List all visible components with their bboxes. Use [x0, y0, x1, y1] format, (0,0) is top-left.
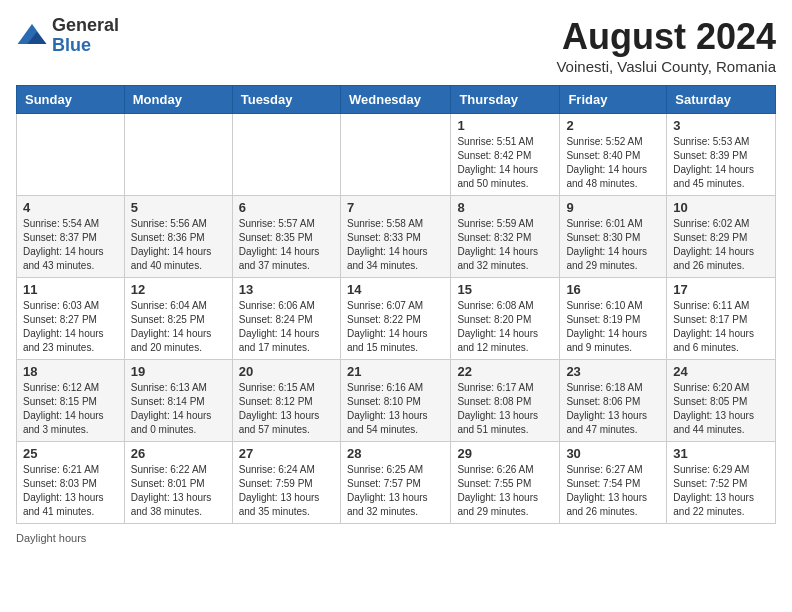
table-row: 8Sunrise: 5:59 AM Sunset: 8:32 PM Daylig…: [451, 196, 560, 278]
table-row: 28Sunrise: 6:25 AM Sunset: 7:57 PM Dayli…: [340, 442, 450, 524]
calendar-table: Sunday Monday Tuesday Wednesday Thursday…: [16, 85, 776, 524]
table-row: 24Sunrise: 6:20 AM Sunset: 8:05 PM Dayli…: [667, 360, 776, 442]
title-section: August 2024 Voinesti, Vaslui County, Rom…: [556, 16, 776, 75]
col-saturday: Saturday: [667, 86, 776, 114]
logo: General Blue: [16, 16, 119, 56]
table-row: 12Sunrise: 6:04 AM Sunset: 8:25 PM Dayli…: [124, 278, 232, 360]
day-info: Sunrise: 6:11 AM Sunset: 8:17 PM Dayligh…: [673, 299, 769, 355]
table-row: [232, 114, 340, 196]
table-row: [340, 114, 450, 196]
day-info: Sunrise: 5:58 AM Sunset: 8:33 PM Dayligh…: [347, 217, 444, 273]
day-number: 10: [673, 200, 769, 215]
day-info: Sunrise: 6:15 AM Sunset: 8:12 PM Dayligh…: [239, 381, 334, 437]
table-row: [124, 114, 232, 196]
day-number: 8: [457, 200, 553, 215]
footer-note: Daylight hours: [16, 532, 776, 544]
daylight-label: Daylight hours: [16, 532, 86, 544]
day-number: 22: [457, 364, 553, 379]
table-row: 23Sunrise: 6:18 AM Sunset: 8:06 PM Dayli…: [560, 360, 667, 442]
day-number: 5: [131, 200, 226, 215]
table-row: 21Sunrise: 6:16 AM Sunset: 8:10 PM Dayli…: [340, 360, 450, 442]
day-number: 1: [457, 118, 553, 133]
table-row: [17, 114, 125, 196]
day-info: Sunrise: 6:01 AM Sunset: 8:30 PM Dayligh…: [566, 217, 660, 273]
day-number: 17: [673, 282, 769, 297]
day-info: Sunrise: 6:25 AM Sunset: 7:57 PM Dayligh…: [347, 463, 444, 519]
day-number: 27: [239, 446, 334, 461]
day-number: 2: [566, 118, 660, 133]
table-row: 15Sunrise: 6:08 AM Sunset: 8:20 PM Dayli…: [451, 278, 560, 360]
day-info: Sunrise: 5:54 AM Sunset: 8:37 PM Dayligh…: [23, 217, 118, 273]
table-row: 14Sunrise: 6:07 AM Sunset: 8:22 PM Dayli…: [340, 278, 450, 360]
calendar-body: 1Sunrise: 5:51 AM Sunset: 8:42 PM Daylig…: [17, 114, 776, 524]
day-info: Sunrise: 6:04 AM Sunset: 8:25 PM Dayligh…: [131, 299, 226, 355]
table-row: 25Sunrise: 6:21 AM Sunset: 8:03 PM Dayli…: [17, 442, 125, 524]
table-row: 31Sunrise: 6:29 AM Sunset: 7:52 PM Dayli…: [667, 442, 776, 524]
table-row: 4Sunrise: 5:54 AM Sunset: 8:37 PM Daylig…: [17, 196, 125, 278]
col-tuesday: Tuesday: [232, 86, 340, 114]
table-row: 18Sunrise: 6:12 AM Sunset: 8:15 PM Dayli…: [17, 360, 125, 442]
day-number: 16: [566, 282, 660, 297]
week-row-2: 4Sunrise: 5:54 AM Sunset: 8:37 PM Daylig…: [17, 196, 776, 278]
day-number: 15: [457, 282, 553, 297]
day-info: Sunrise: 6:24 AM Sunset: 7:59 PM Dayligh…: [239, 463, 334, 519]
logo-general: General: [52, 15, 119, 35]
table-row: 1Sunrise: 5:51 AM Sunset: 8:42 PM Daylig…: [451, 114, 560, 196]
day-number: 23: [566, 364, 660, 379]
day-number: 3: [673, 118, 769, 133]
day-info: Sunrise: 5:53 AM Sunset: 8:39 PM Dayligh…: [673, 135, 769, 191]
logo-text: General Blue: [52, 16, 119, 56]
day-info: Sunrise: 6:12 AM Sunset: 8:15 PM Dayligh…: [23, 381, 118, 437]
day-info: Sunrise: 5:51 AM Sunset: 8:42 PM Dayligh…: [457, 135, 553, 191]
week-row-4: 18Sunrise: 6:12 AM Sunset: 8:15 PM Dayli…: [17, 360, 776, 442]
day-info: Sunrise: 6:29 AM Sunset: 7:52 PM Dayligh…: [673, 463, 769, 519]
day-info: Sunrise: 6:21 AM Sunset: 8:03 PM Dayligh…: [23, 463, 118, 519]
day-info: Sunrise: 6:22 AM Sunset: 8:01 PM Dayligh…: [131, 463, 226, 519]
week-row-5: 25Sunrise: 6:21 AM Sunset: 8:03 PM Dayli…: [17, 442, 776, 524]
day-number: 6: [239, 200, 334, 215]
day-number: 18: [23, 364, 118, 379]
day-number: 30: [566, 446, 660, 461]
day-number: 28: [347, 446, 444, 461]
day-number: 31: [673, 446, 769, 461]
day-info: Sunrise: 6:13 AM Sunset: 8:14 PM Dayligh…: [131, 381, 226, 437]
col-thursday: Thursday: [451, 86, 560, 114]
day-info: Sunrise: 5:52 AM Sunset: 8:40 PM Dayligh…: [566, 135, 660, 191]
table-row: 9Sunrise: 6:01 AM Sunset: 8:30 PM Daylig…: [560, 196, 667, 278]
day-number: 24: [673, 364, 769, 379]
week-row-3: 11Sunrise: 6:03 AM Sunset: 8:27 PM Dayli…: [17, 278, 776, 360]
day-info: Sunrise: 5:56 AM Sunset: 8:36 PM Dayligh…: [131, 217, 226, 273]
day-info: Sunrise: 6:18 AM Sunset: 8:06 PM Dayligh…: [566, 381, 660, 437]
col-sunday: Sunday: [17, 86, 125, 114]
day-info: Sunrise: 6:26 AM Sunset: 7:55 PM Dayligh…: [457, 463, 553, 519]
day-number: 11: [23, 282, 118, 297]
table-row: 29Sunrise: 6:26 AM Sunset: 7:55 PM Dayli…: [451, 442, 560, 524]
table-row: 2Sunrise: 5:52 AM Sunset: 8:40 PM Daylig…: [560, 114, 667, 196]
day-info: Sunrise: 6:16 AM Sunset: 8:10 PM Dayligh…: [347, 381, 444, 437]
table-row: 20Sunrise: 6:15 AM Sunset: 8:12 PM Dayli…: [232, 360, 340, 442]
table-row: 19Sunrise: 6:13 AM Sunset: 8:14 PM Dayli…: [124, 360, 232, 442]
table-row: 5Sunrise: 5:56 AM Sunset: 8:36 PM Daylig…: [124, 196, 232, 278]
day-number: 21: [347, 364, 444, 379]
table-row: 27Sunrise: 6:24 AM Sunset: 7:59 PM Dayli…: [232, 442, 340, 524]
day-number: 9: [566, 200, 660, 215]
day-number: 14: [347, 282, 444, 297]
logo-icon: [16, 20, 48, 52]
table-row: 13Sunrise: 6:06 AM Sunset: 8:24 PM Dayli…: [232, 278, 340, 360]
col-friday: Friday: [560, 86, 667, 114]
day-info: Sunrise: 6:03 AM Sunset: 8:27 PM Dayligh…: [23, 299, 118, 355]
table-row: 16Sunrise: 6:10 AM Sunset: 8:19 PM Dayli…: [560, 278, 667, 360]
calendar-header: Sunday Monday Tuesday Wednesday Thursday…: [17, 86, 776, 114]
logo-blue: Blue: [52, 35, 91, 55]
table-row: 10Sunrise: 6:02 AM Sunset: 8:29 PM Dayli…: [667, 196, 776, 278]
day-number: 12: [131, 282, 226, 297]
day-info: Sunrise: 5:59 AM Sunset: 8:32 PM Dayligh…: [457, 217, 553, 273]
day-number: 19: [131, 364, 226, 379]
col-monday: Monday: [124, 86, 232, 114]
day-info: Sunrise: 6:06 AM Sunset: 8:24 PM Dayligh…: [239, 299, 334, 355]
page-header: General Blue August 2024 Voinesti, Vaslu…: [16, 16, 776, 75]
day-number: 20: [239, 364, 334, 379]
table-row: 30Sunrise: 6:27 AM Sunset: 7:54 PM Dayli…: [560, 442, 667, 524]
day-info: Sunrise: 6:10 AM Sunset: 8:19 PM Dayligh…: [566, 299, 660, 355]
day-info: Sunrise: 6:07 AM Sunset: 8:22 PM Dayligh…: [347, 299, 444, 355]
